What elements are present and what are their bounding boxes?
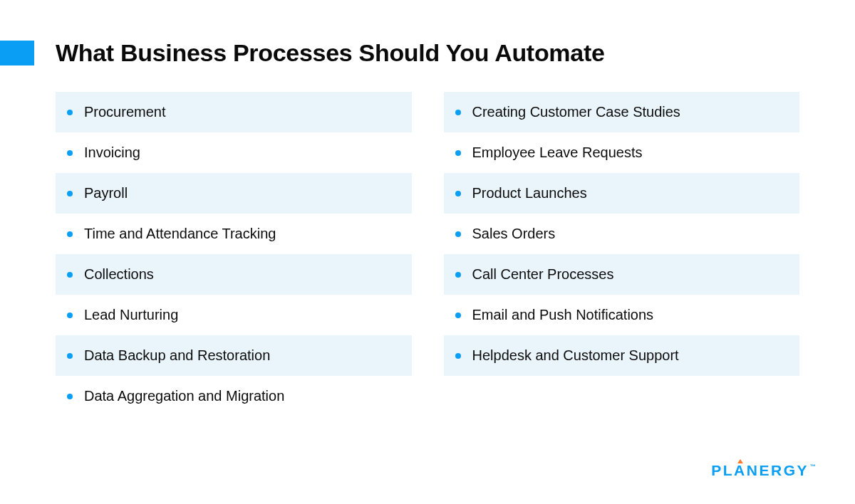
bullet-icon xyxy=(455,150,461,156)
logo-letter-accent: A xyxy=(734,462,747,479)
list-item: Employee Leave Requests xyxy=(444,132,800,173)
logo-letter: Y xyxy=(797,462,809,479)
header: What Business Processes Should You Autom… xyxy=(0,0,855,92)
list-item: Time and Attendance Tracking xyxy=(56,214,412,254)
bullet-icon xyxy=(455,272,461,278)
list-item: Creating Customer Case Studies xyxy=(444,92,800,132)
trademark: ™ xyxy=(810,463,816,470)
bullet-icon xyxy=(67,231,73,237)
accent-triangle-icon xyxy=(737,459,743,463)
list-item: Procurement xyxy=(56,92,412,132)
logo-letter: N xyxy=(747,462,760,479)
bullet-icon xyxy=(455,231,461,237)
list-item: Collections xyxy=(56,254,412,295)
bullet-icon xyxy=(67,191,73,196)
list-item: Email and Push Notifications xyxy=(444,295,800,335)
item-text: Procurement xyxy=(84,104,166,120)
logo-letter: L xyxy=(723,462,734,479)
list-item: Sales Orders xyxy=(444,214,800,254)
item-text: Product Launches xyxy=(472,185,587,201)
bullet-icon xyxy=(67,110,73,115)
column-right: Creating Customer Case Studies Employee … xyxy=(444,92,800,416)
bullet-icon xyxy=(67,353,73,359)
item-text: Payroll xyxy=(84,185,128,201)
bullet-icon xyxy=(67,394,73,399)
logo-letter: G xyxy=(784,462,797,479)
item-text: Collections xyxy=(84,266,154,283)
list-item: Lead Nurturing xyxy=(56,295,412,335)
bullet-icon xyxy=(455,110,461,115)
logo-letter: R xyxy=(771,462,784,479)
item-text: Lead Nurturing xyxy=(84,307,178,323)
planergy-logo: P L A N E R G Y ™ xyxy=(711,462,816,479)
list-container: Procurement Invoicing Payroll Time and A… xyxy=(0,92,855,416)
bullet-icon xyxy=(455,313,461,318)
bullet-icon xyxy=(67,272,73,278)
bullet-icon xyxy=(67,313,73,318)
list-item: Helpdesk and Customer Support xyxy=(444,335,800,376)
list-item: Data Backup and Restoration xyxy=(56,335,412,376)
bullet-icon xyxy=(67,150,73,156)
logo-letter: P xyxy=(711,462,723,479)
item-text: Invoicing xyxy=(84,145,140,161)
item-text: Employee Leave Requests xyxy=(472,145,643,161)
list-item: Data Aggregation and Migration xyxy=(56,376,412,416)
item-text: Creating Customer Case Studies xyxy=(472,104,680,120)
logo-letter: E xyxy=(759,462,771,479)
column-left: Procurement Invoicing Payroll Time and A… xyxy=(56,92,412,416)
accent-box xyxy=(0,41,34,65)
item-text: Call Center Processes xyxy=(472,266,614,283)
list-item: Product Launches xyxy=(444,173,800,214)
list-item: Payroll xyxy=(56,173,412,214)
item-text: Data Backup and Restoration xyxy=(84,347,270,364)
item-text: Sales Orders xyxy=(472,226,556,242)
list-item: Call Center Processes xyxy=(444,254,800,295)
columns: Procurement Invoicing Payroll Time and A… xyxy=(56,92,799,416)
item-text: Data Aggregation and Migration xyxy=(84,388,284,404)
page-title: What Business Processes Should You Autom… xyxy=(56,39,605,67)
item-text: Email and Push Notifications xyxy=(472,307,654,323)
list-item: Invoicing xyxy=(56,132,412,173)
item-text: Helpdesk and Customer Support xyxy=(472,347,679,364)
bullet-icon xyxy=(455,191,461,196)
logo-letter: A xyxy=(734,462,747,478)
item-text: Time and Attendance Tracking xyxy=(84,226,276,242)
bullet-icon xyxy=(455,353,461,359)
